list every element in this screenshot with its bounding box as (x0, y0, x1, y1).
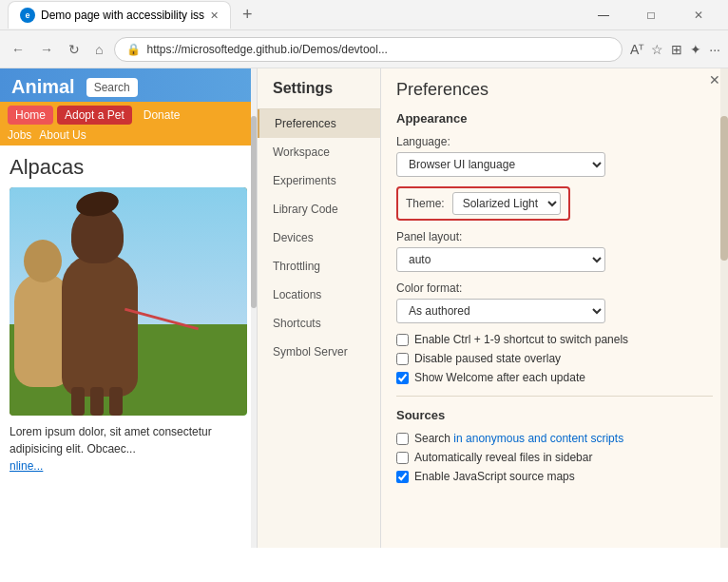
site-header: Animal Search (0, 68, 257, 102)
refresh-button[interactable]: ↻ (65, 38, 84, 61)
ctrl-shortcut-label: Enable Ctrl + 1-9 shortcut to switch pan… (414, 333, 628, 346)
site-search[interactable]: Search (86, 78, 138, 97)
checkbox-welcome: Show Welcome after each update (396, 371, 713, 384)
tab-close-button[interactable]: ✕ (210, 10, 219, 22)
site-nav-row2: Jobs About Us (0, 128, 257, 146)
preferences-content: Preferences Appearance Language: Browser… (381, 68, 728, 548)
site-image (10, 187, 247, 416)
checkbox-paused-state: Disable paused state overlay (396, 352, 713, 365)
settings-sidebar: Settings Preferences Workspace Experimen… (258, 68, 381, 548)
settings-header: Settings (258, 68, 380, 109)
maximize-button[interactable]: □ (629, 0, 673, 30)
appearance-section-title: Appearance (396, 111, 713, 126)
welcome-checkbox[interactable] (396, 372, 409, 384)
site-logo: Animal (11, 76, 75, 98)
welcome-label: Show Welcome after each update (414, 371, 585, 384)
ctrl-shortcut-checkbox[interactable] (396, 334, 409, 346)
address-bar-icons: Aᵀ ☆ ⊞ ✦ ··· (630, 42, 720, 57)
settings-item-throttling[interactable]: Throttling (258, 252, 380, 281)
reader-mode-icon[interactable]: Aᵀ (630, 42, 643, 57)
extensions-icon[interactable]: ✦ (690, 42, 701, 57)
site-link[interactable]: nline... (10, 459, 43, 473)
search-placeholder: Search (94, 81, 130, 94)
collections-icon[interactable]: ⊞ (671, 42, 682, 57)
url-input[interactable]: 🔒 https://microsoftedge.github.io/Demos/… (114, 37, 623, 62)
website-area: Animal Search Home Adopt a Pet Donate Jo… (0, 68, 257, 548)
checkbox-js-source-maps: Enable JavaScript source maps (396, 470, 713, 483)
minimize-button[interactable]: — (582, 0, 625, 30)
devtools-close-button[interactable]: ✕ (709, 72, 720, 87)
color-format-select[interactable]: As authored (396, 299, 605, 323)
js-source-maps-label: Enable JavaScript source maps (414, 470, 575, 483)
theme-row: Theme: Solarized Light Default Dark (396, 186, 570, 221)
forward-button[interactable]: → (36, 38, 57, 61)
nav-home[interactable]: Home (8, 106, 53, 125)
theme-select[interactable]: Solarized Light Default Dark (452, 192, 561, 215)
sources-section-title: Sources (396, 408, 713, 422)
site-body-text: Lorem ipsum dolor, sit amet consectetur … (10, 423, 247, 475)
theme-label: Theme: (406, 197, 445, 210)
tab-icon: e (20, 8, 35, 23)
close-button[interactable]: ✕ (677, 0, 720, 30)
browser-tab[interactable]: e Demo page with accessibility iss ✕ (8, 1, 231, 29)
settings-item-shortcuts[interactable]: Shortcuts (258, 309, 380, 338)
new-tab-button[interactable]: + (235, 5, 260, 25)
language-label: Language: (396, 135, 713, 148)
color-format-label: Color format: (396, 281, 713, 295)
devtools-scrollbar-thumb[interactable] (720, 116, 728, 260)
reveal-files-label: Automatically reveal files in sidebar (414, 451, 592, 464)
nav-about[interactable]: About Us (39, 128, 86, 142)
settings-item-devices[interactable]: Devices (258, 223, 380, 252)
devtools-panel: ✕ Settings Preferences Workspace Experim… (257, 68, 728, 548)
settings-item-symbol-server[interactable]: Symbol Server (258, 338, 380, 366)
settings-panel: Settings Preferences Workspace Experimen… (258, 68, 728, 548)
back-button[interactable]: ← (8, 38, 29, 61)
address-bar: ← → ↻ ⌂ 🔒 https://microsoftedge.github.i… (0, 30, 728, 68)
site-body: Alpacas (0, 146, 257, 484)
window-controls: — □ ✕ (582, 0, 720, 30)
paused-state-label: Disable paused state overlay (414, 352, 561, 365)
site-page-title: Alpacas (10, 155, 247, 180)
tab-label: Demo page with accessibility iss (41, 9, 204, 22)
js-source-maps-checkbox[interactable] (396, 471, 409, 483)
settings-item-library-code[interactable]: Library Code (258, 195, 380, 223)
nav-jobs[interactable]: Jobs (8, 128, 31, 142)
settings-item-preferences[interactable]: Preferences (258, 109, 380, 138)
panel-layout-select[interactable]: auto (396, 247, 605, 272)
settings-item-workspace[interactable]: Workspace (258, 138, 380, 166)
settings-item-locations[interactable]: Locations (258, 281, 380, 309)
browser-content: Animal Search Home Adopt a Pet Donate Jo… (0, 68, 728, 548)
devtools-scrollbar[interactable] (720, 68, 728, 548)
panel-layout-label: Panel layout: (396, 230, 713, 243)
favorites-icon[interactable]: ☆ (651, 42, 663, 57)
language-select[interactable]: Browser UI language (396, 152, 605, 177)
anonymous-search-checkbox[interactable] (396, 433, 409, 445)
nav-donate[interactable]: Donate (136, 106, 188, 125)
preferences-title: Preferences (396, 80, 713, 100)
nav-adopt[interactable]: Adopt a Pet (57, 106, 132, 125)
url-text: https://microsoftedge.github.io/Demos/de… (146, 43, 387, 56)
paused-state-checkbox[interactable] (396, 353, 409, 365)
checkbox-anonymous-search: Search in anonymous and content scripts (396, 432, 713, 445)
title-bar: e Demo page with accessibility iss ✕ + —… (0, 0, 728, 30)
settings-item-experiments[interactable]: Experiments (258, 166, 380, 195)
checkbox-reveal-files: Automatically reveal files in sidebar (396, 451, 713, 464)
more-options-icon[interactable]: ··· (709, 42, 720, 57)
checkbox-ctrl-shortcut: Enable Ctrl + 1-9 shortcut to switch pan… (396, 333, 713, 346)
reveal-files-checkbox[interactable] (396, 452, 409, 464)
home-button[interactable]: ⌂ (91, 38, 106, 61)
anonymous-search-label: Search in anonymous and content scripts (414, 432, 623, 445)
site-nav: Home Adopt a Pet Donate (0, 102, 257, 128)
